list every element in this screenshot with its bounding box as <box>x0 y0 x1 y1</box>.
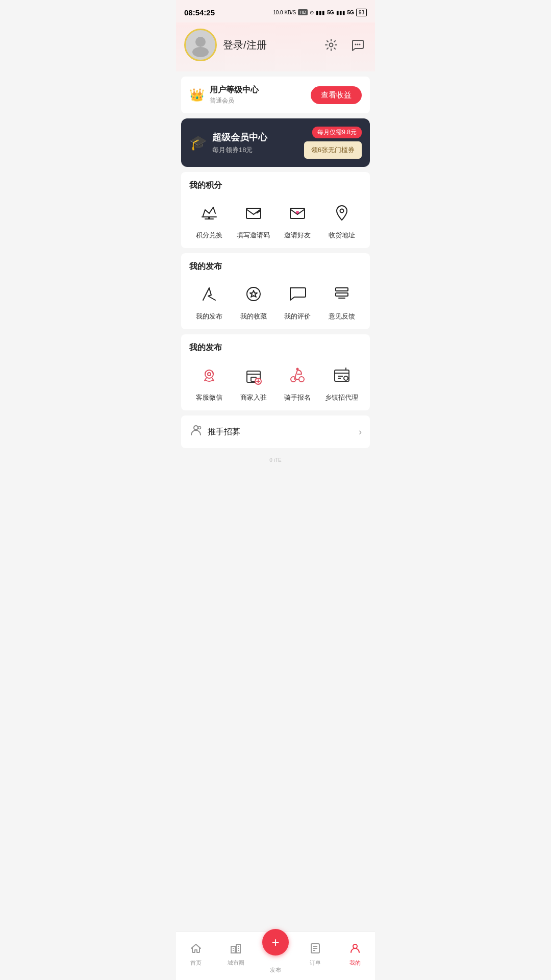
vip-title: 用户等级中心 <box>210 85 259 95</box>
publish-icon <box>195 280 223 308</box>
merchant-entry-item[interactable]: 商家入驻 <box>234 361 274 402</box>
svg-point-16 <box>208 373 211 376</box>
network-speed: 10.0 KB/S <box>273 10 296 15</box>
merchant-entry-label: 商家入驻 <box>240 393 267 402</box>
service-icon <box>195 361 223 389</box>
svg-point-5 <box>359 44 361 45</box>
svg-rect-7 <box>246 208 261 218</box>
publish-icon-grid: 我的发布 我的收藏 我的评价 <box>189 280 362 321</box>
invite-friends-item[interactable]: 邀请好友 <box>278 199 318 240</box>
svg-point-9 <box>296 211 299 214</box>
svg-point-29 <box>344 376 348 380</box>
my-reviews-item[interactable]: 我的评价 <box>278 280 318 321</box>
svg-point-23 <box>299 377 304 382</box>
svg-point-31 <box>194 426 198 430</box>
svg-point-2 <box>330 43 333 47</box>
super-vip-title: 超级会员中心 <box>212 131 267 143</box>
hd-badge: HD <box>298 9 308 15</box>
my-publish-section: 我的发布 我的发布 我的收藏 <box>181 253 370 329</box>
points-icon-grid: 积分兑换 填写邀请码 <box>189 199 362 240</box>
super-vip-right: 每月仅需9.8元 领6张无门槛券 <box>304 127 362 159</box>
my-publish-item[interactable]: 我的发布 <box>189 280 230 321</box>
comment-icon <box>284 280 311 308</box>
feedback-label: 意见反馈 <box>329 312 355 321</box>
main-content: 👑 用户等级中心 普通会员 查看收益 🎓 超级会员中心 每月领券18元 每月仅需… <box>176 77 375 504</box>
promoter-person-icon <box>189 424 203 440</box>
rider-signup-label: 骑手报名 <box>284 393 311 402</box>
agent-recruit-label: 乡镇招代理 <box>325 393 358 402</box>
view-earnings-button[interactable]: 查看收益 <box>311 86 362 104</box>
header-left: 登录/注册 <box>184 29 267 61</box>
agent-icon <box>328 361 356 389</box>
feedback-icon <box>328 280 356 308</box>
message-button[interactable] <box>348 36 367 54</box>
5g-label: 5G <box>327 10 334 15</box>
header-right <box>322 36 367 54</box>
my-points-section: 我的积分 积分兑换 <box>181 172 370 248</box>
fill-invite-code-item[interactable]: 填写邀请码 <box>234 199 274 240</box>
rider-icon <box>284 361 311 389</box>
my-favorites-item[interactable]: 我的收藏 <box>234 280 274 321</box>
crown-icon <box>195 199 223 227</box>
wifi-icon: ⊙ <box>310 10 314 15</box>
battery-icon: 93 <box>356 9 367 16</box>
letter-icon <box>240 199 267 227</box>
header: 登录/注册 <box>176 22 375 71</box>
promoter-label: 推手招募 <box>208 427 240 437</box>
svg-rect-13 <box>336 293 348 296</box>
svg-point-32 <box>198 427 201 429</box>
svg-rect-12 <box>336 288 348 291</box>
svg-point-3 <box>355 44 357 45</box>
my-reviews-label: 我的评价 <box>284 312 311 321</box>
svg-point-10 <box>340 209 343 213</box>
svg-point-24 <box>296 368 299 371</box>
status-icons: 10.0 KB/S HD ⊙ ▮▮▮ 5G ▮▮▮ 5G 93 <box>273 9 367 16</box>
graduation-icon: 🎓 <box>189 134 207 151</box>
my-publish-section2: 我的发布 客服微信 <box>181 334 370 410</box>
shipping-address-label: 收货地址 <box>329 231 355 240</box>
svg-point-1 <box>192 47 209 57</box>
5g2-label: 5G <box>347 10 354 15</box>
my-favorites-label: 我的收藏 <box>240 312 267 321</box>
publish2-section-title: 我的发布 <box>189 342 362 353</box>
status-bar: 08:54:25 10.0 KB/S HD ⊙ ▮▮▮ 5G ▮▮▮ 5G 93 <box>176 0 375 22</box>
points-exchange-item[interactable]: 积分兑换 <box>189 199 230 240</box>
signal2-icon: ▮▮▮ <box>336 10 345 15</box>
shipping-address-item[interactable]: 收货地址 <box>322 199 362 240</box>
watermark: 0 iTE <box>181 453 370 504</box>
merchant-icon <box>240 361 267 389</box>
points-section-title: 我的积分 <box>189 180 362 191</box>
vip-info: 用户等级中心 普通会员 <box>210 85 259 105</box>
customer-service-item[interactable]: 客服微信 <box>189 361 230 402</box>
watermark-text: 0 iTE <box>269 457 281 463</box>
settings-button[interactable] <box>322 36 340 54</box>
points-exchange-label: 积分兑换 <box>196 231 222 240</box>
vip-left: 👑 用户等级中心 普通会员 <box>189 85 259 105</box>
price-badge: 每月仅需9.8元 <box>312 127 362 138</box>
crown-icon: 👑 <box>189 88 205 102</box>
coupon-button[interactable]: 领6张无门槛券 <box>304 141 362 159</box>
agent-recruit-item[interactable]: 乡镇招代理 <box>322 361 362 402</box>
feedback-item[interactable]: 意见反馈 <box>322 280 362 321</box>
svg-point-4 <box>357 44 359 45</box>
star-icon <box>240 280 267 308</box>
login-text[interactable]: 登录/注册 <box>223 38 267 52</box>
super-vip-subtitle: 每月领券18元 <box>212 145 267 155</box>
vip-subtitle: 普通会员 <box>210 96 259 105</box>
promoter-section[interactable]: 推手招募 › <box>181 415 370 448</box>
super-vip-info: 超级会员中心 每月领券18元 <box>212 131 267 155</box>
chevron-right-icon: › <box>359 427 362 437</box>
my-publish-label: 我的发布 <box>196 312 222 321</box>
location-icon <box>328 199 356 227</box>
vip-level-card: 👑 用户等级中心 普通会员 查看收益 <box>181 77 370 113</box>
invite-friends-label: 邀请好友 <box>284 231 311 240</box>
rider-signup-item[interactable]: 骑手报名 <box>278 361 318 402</box>
publish2-icon-grid: 客服微信 商家入驻 <box>189 361 362 402</box>
svg-point-11 <box>247 287 260 301</box>
battery-level: 93 <box>359 10 364 15</box>
avatar[interactable] <box>184 29 217 61</box>
svg-point-0 <box>195 37 206 47</box>
status-time: 08:54:25 <box>184 8 215 17</box>
signal-icon: ▮▮▮ <box>316 10 325 15</box>
fill-invite-code-label: 填写邀请码 <box>237 231 270 240</box>
